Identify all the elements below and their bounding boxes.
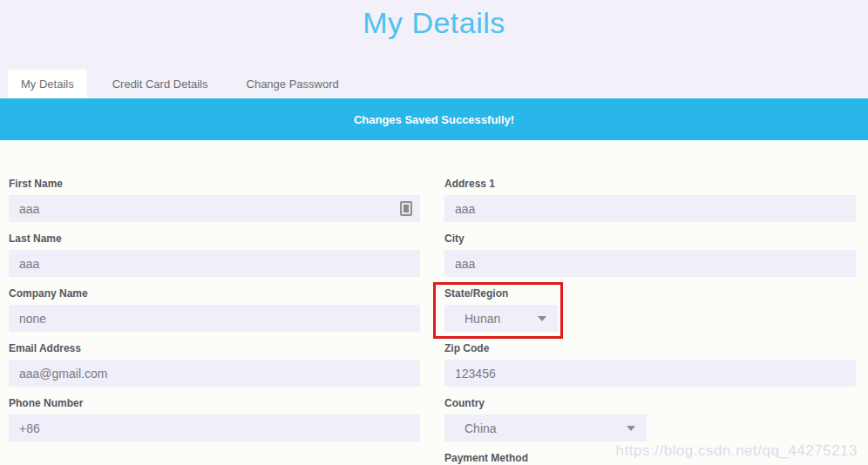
autofill-extension-icon[interactable] — [400, 201, 412, 216]
field-phone-number: Phone Number — [9, 398, 420, 441]
country-value: China — [465, 421, 497, 435]
company-name-input[interactable] — [9, 305, 420, 332]
tab-change-password-label: Change Password — [247, 78, 339, 91]
field-address-1: Address 1 — [444, 179, 856, 222]
company-name-label: Company Name — [9, 288, 420, 300]
field-state-region: State/Region Hunan — [444, 288, 856, 332]
address-1-input[interactable] — [444, 195, 856, 222]
address-1-label: Address 1 — [444, 179, 856, 190]
success-banner: Changes Saved Successfully! — [0, 98, 868, 140]
form-right-column: Address 1 City State/Region Hunan Zip Co… — [444, 179, 856, 465]
state-region-select[interactable]: Hunan — [444, 305, 558, 332]
tab-credit-card-details[interactable]: Credit Card Details — [99, 70, 221, 98]
zip-code-label: Zip Code — [444, 343, 856, 354]
city-label: City — [444, 233, 856, 245]
field-company-name: Company Name — [9, 288, 420, 332]
country-label: Country — [444, 398, 856, 409]
field-payment-method: Payment Method — [444, 453, 856, 464]
chevron-down-icon — [538, 316, 546, 321]
phone-number-label: Phone Number — [9, 398, 420, 409]
email-address-label: Email Address — [9, 343, 420, 354]
last-name-label: Last Name — [9, 233, 420, 245]
tab-my-details[interactable]: My Details — [8, 70, 87, 98]
tab-my-details-label: My Details — [21, 78, 74, 91]
details-form: First Name Last Name Company Name Email … — [0, 140, 868, 465]
tab-credit-card-details-label: Credit Card Details — [112, 78, 208, 91]
first-name-input[interactable] — [9, 195, 420, 222]
state-region-value: Hunan — [465, 312, 500, 326]
email-address-input[interactable] — [9, 360, 420, 387]
field-zip-code: Zip Code — [444, 343, 856, 387]
form-left-column: First Name Last Name Company Name Email … — [9, 179, 420, 465]
country-select[interactable]: China — [444, 414, 647, 441]
payment-method-label: Payment Method — [444, 453, 856, 464]
tab-change-password[interactable]: Change Password — [234, 70, 352, 98]
field-first-name: First Name — [9, 179, 420, 222]
state-region-label: State/Region — [444, 288, 856, 300]
chevron-down-icon — [627, 426, 635, 431]
first-name-label: First Name — [9, 179, 420, 190]
field-last-name: Last Name — [9, 233, 420, 277]
success-banner-text: Changes Saved Successfully! — [354, 113, 514, 126]
city-input[interactable] — [444, 250, 856, 277]
field-email-address: Email Address — [9, 343, 420, 387]
page-header: My Details My Details Credit Card Detail… — [0, 0, 868, 98]
last-name-input[interactable] — [9, 250, 420, 277]
tab-bar: My Details Credit Card Details Change Pa… — [0, 70, 868, 98]
zip-code-input[interactable] — [444, 360, 856, 387]
field-city: City — [444, 233, 856, 277]
field-country: Country China — [444, 398, 856, 441]
phone-number-input[interactable] — [9, 414, 420, 441]
page-title: My Details — [0, 0, 868, 40]
